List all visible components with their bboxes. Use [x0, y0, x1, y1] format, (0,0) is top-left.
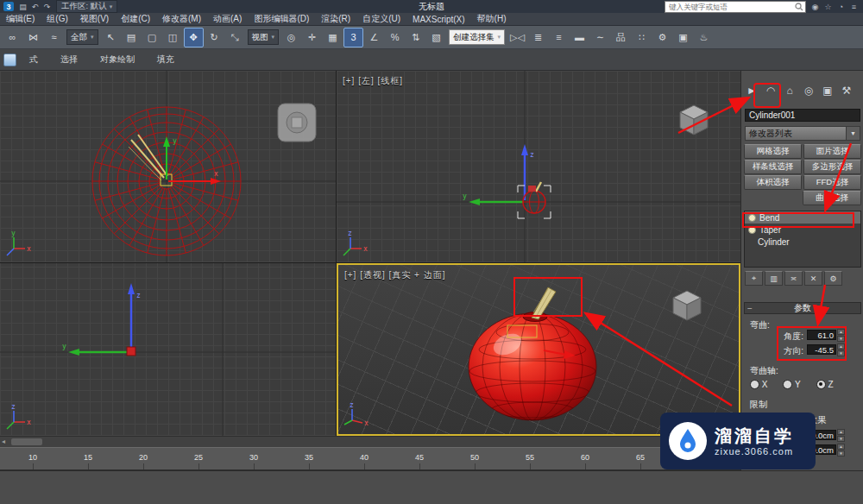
select-and-move-icon[interactable]: ✥ — [184, 28, 204, 47]
angle-spinner[interactable]: ▲▼ — [837, 329, 845, 341]
menu-item-5[interactable]: 动画(A) — [207, 13, 248, 25]
edit-named-selection-sets-icon[interactable]: ▧ — [426, 28, 446, 47]
open-file-icon[interactable]: ▤ — [17, 2, 28, 12]
use-pivot-point-icon[interactable]: ◎ — [281, 28, 301, 47]
viewport-left-label[interactable]: [+] [左] [线框] — [343, 75, 403, 87]
modifier-button[interactable]: 体积选择 — [744, 175, 802, 190]
pin-stack-icon[interactable]: ⌖ — [745, 271, 763, 286]
viewport-perspective[interactable]: [+] [透视] [真实 + 边面] — [337, 263, 740, 436]
radio-y[interactable] — [783, 380, 792, 389]
bend-axis-y[interactable]: Y — [783, 380, 800, 389]
angle-snap-icon[interactable]: ∠ — [364, 28, 384, 47]
viewport-left[interactable]: [+] [左] [线框] z y — [337, 71, 740, 262]
modify-tab-icon[interactable]: ◠ — [762, 81, 779, 100]
radio-z[interactable] — [816, 380, 826, 389]
lower-limit-spinner[interactable]: ▲▼ — [837, 444, 845, 456]
window-crossing-toggle-icon[interactable]: ◫ — [163, 28, 183, 47]
viewport-perspective-label[interactable]: [+] [透视] [真实 + 边面] — [344, 269, 445, 281]
menu-item-3[interactable]: 创建(C) — [115, 13, 156, 25]
modifier-list-dropdown[interactable]: 修改器列表 ▼ — [745, 126, 860, 141]
ribbon-tab-1[interactable]: 选择 — [49, 54, 89, 66]
menu-item-8[interactable]: 自定义(U) — [356, 13, 406, 25]
modifier-button[interactable]: 样条线选择 — [744, 160, 802, 174]
material-editor-icon[interactable]: ∷ — [632, 28, 652, 47]
user-account-icon[interactable]: ◉ — [809, 2, 821, 12]
viewcube[interactable] — [680, 105, 708, 135]
app-menu-icon[interactable]: ≡ — [848, 2, 860, 12]
scrollbar-thumb[interactable] — [11, 438, 42, 445]
viewcube[interactable] — [278, 104, 316, 142]
utilities-tab-icon[interactable]: ⚒ — [838, 81, 855, 100]
rectangular-selection-region-icon[interactable]: ▢ — [142, 28, 162, 47]
menu-item-7[interactable]: 渲染(R) — [315, 13, 356, 25]
select-and-scale-icon[interactable]: ⤡ — [225, 28, 245, 47]
select-and-rotate-icon[interactable]: ↻ — [205, 28, 224, 47]
select-and-link-icon[interactable]: ∞ — [3, 28, 22, 47]
ribbon-config-icon[interactable] — [3, 54, 16, 66]
viewcube[interactable] — [673, 291, 701, 320]
angle-field[interactable]: 61.0 — [807, 330, 836, 340]
menu-item-4[interactable]: 修改器(M) — [156, 13, 207, 25]
menu-item-9[interactable]: MAXScript(X) — [406, 13, 471, 25]
scroll-left-icon[interactable]: ◂ — [2, 438, 5, 445]
select-by-name-icon[interactable]: ▤ — [122, 28, 142, 47]
modifier-button[interactable]: 面片选择 — [803, 144, 861, 159]
ribbon-tab-2[interactable]: 对象绘制 — [89, 54, 146, 66]
rendered-frame-window-icon[interactable]: ▣ — [673, 28, 693, 47]
keyboard-shortcut-override-icon[interactable]: ▦ — [323, 28, 343, 47]
favorites-star-icon[interactable]: ☆ — [822, 2, 834, 12]
configure-modifier-sets-icon[interactable]: ⚙ — [824, 271, 842, 286]
snaps-toggle-icon[interactable]: 3 — [343, 28, 363, 47]
parameters-rollout-header[interactable]: − 参数 — [744, 302, 861, 314]
search-box[interactable] — [665, 1, 806, 13]
workspace-dropdown[interactable]: 工作区: 默认 ▾ — [56, 0, 117, 13]
stack-entry-cylinder[interactable]: Cylinder — [745, 236, 860, 248]
render-setup-icon[interactable]: ⚙ — [652, 28, 672, 47]
align-icon[interactable]: ≣ — [528, 28, 548, 47]
upper-limit-spinner[interactable]: ▲▼ — [837, 429, 845, 441]
percent-snap-icon[interactable]: % — [385, 28, 405, 47]
modifier-button[interactable]: 多边形选择 — [803, 160, 861, 174]
ribbon-tab-0[interactable]: 式 — [18, 54, 49, 66]
motion-tab-icon[interactable]: ◎ — [800, 81, 817, 100]
modifier-button[interactable]: 网格选择 — [744, 144, 802, 159]
spinner-snap-icon[interactable]: ⇅ — [406, 28, 425, 47]
bend-axis-z[interactable]: Z — [816, 380, 834, 389]
select-object-icon[interactable]: ↖ — [101, 28, 121, 47]
select-and-manipulate-icon[interactable]: ✛ — [302, 28, 322, 47]
menu-item-0[interactable]: 编辑(E) — [0, 13, 41, 25]
ribbon-toggle-icon[interactable]: ▬ — [570, 28, 589, 47]
ribbon-tab-3[interactable]: 填充 — [146, 54, 186, 66]
modifier-bulb-icon[interactable] — [748, 226, 756, 234]
named-selection-sets-dropdown[interactable]: 创建选择集▾ — [449, 29, 505, 45]
remove-modifier-icon[interactable]: ✕ — [804, 271, 822, 286]
make-unique-icon[interactable]: ≍ — [784, 271, 803, 286]
trackbar-scrollbar[interactable]: ◂ ▸ — [0, 436, 740, 447]
create-tab-icon[interactable]: ► — [743, 81, 760, 100]
reference-coordinate-dropdown[interactable]: 视图▾ — [248, 29, 280, 45]
stack-entry-bend[interactable]: Bend — [745, 211, 860, 224]
curve-editor-icon[interactable]: ∼ — [590, 28, 610, 47]
mirror-icon[interactable]: ▷◁ — [507, 28, 527, 47]
render-production-icon[interactable]: ♨ — [694, 28, 714, 47]
undo-icon[interactable]: ↶ — [29, 2, 41, 12]
app-logo-icon[interactable]: 3 — [3, 2, 14, 11]
search-input[interactable] — [667, 2, 793, 12]
direction-spinner[interactable]: ▲▼ — [837, 343, 845, 356]
modifier-bulb-icon[interactable] — [748, 214, 756, 222]
viewport-top[interactable]: y x x y — [0, 71, 336, 262]
object-name-field[interactable]: Cylinder001 — [745, 109, 860, 122]
hierarchy-tab-icon[interactable]: ⌂ — [781, 81, 798, 100]
modifier-button[interactable]: FFD选择 — [803, 175, 861, 190]
viewport-front[interactable]: z y x z — [0, 263, 336, 436]
selection-filter-dropdown[interactable]: 全部▾ — [66, 29, 98, 45]
menu-item-1[interactable]: 组(G) — [41, 13, 73, 25]
radio-x[interactable] — [750, 380, 759, 389]
time-slider-ruler[interactable]: 10152025303540455055606570 — [0, 447, 740, 470]
modifier-button[interactable]: 曲面选择 — [803, 191, 861, 205]
menu-item-10[interactable]: 帮助(H) — [471, 13, 513, 25]
menu-item-6[interactable]: 图形编辑器(D) — [248, 13, 315, 25]
schematic-view-icon[interactable]: 品 — [611, 28, 631, 47]
redo-icon[interactable]: ↷ — [41, 2, 53, 12]
display-tab-icon[interactable]: ▣ — [819, 81, 836, 100]
